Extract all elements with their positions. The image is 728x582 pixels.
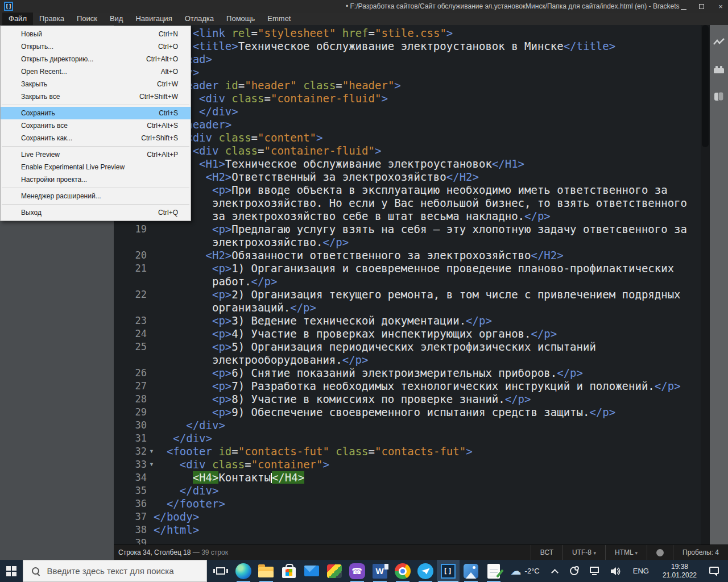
code-editor[interactable]: <link rel="stylesheet" href="stile.css">…	[114, 25, 710, 544]
overwrite-indicator[interactable]: ВСТ	[531, 545, 562, 560]
file-explorer-taskbar-button[interactable]	[255, 560, 278, 582]
line-number[interactable]: 20	[114, 249, 147, 262]
code-text[interactable]: работ.</p>	[154, 275, 277, 288]
action-center[interactable]	[704, 560, 726, 582]
line-number[interactable]: 32	[114, 445, 147, 458]
file-menu-item[interactable]: Настройки проекта...	[1, 173, 191, 186]
tray-expand[interactable]	[545, 560, 564, 582]
file-menu-item[interactable]: ВыходCtrl+Q	[1, 206, 191, 219]
language-selector[interactable]: HTML ▾	[605, 545, 647, 560]
code-line[interactable]: электрохозяйство. Но если у Вас небольшо…	[114, 197, 710, 210]
code-text[interactable]: </html>	[154, 523, 199, 537]
code-line[interactable]: электрооборудования.</p>	[114, 354, 710, 367]
meet-now[interactable]	[564, 560, 584, 582]
menubar-item-emmet[interactable]: Emmet	[261, 13, 297, 25]
paint-taskbar-button[interactable]	[323, 560, 346, 582]
file-menu-item[interactable]: Закрыть всеCtrl+Shift+W	[1, 90, 191, 103]
task-view-taskbar-button[interactable]	[209, 560, 232, 582]
file-menu-item[interactable]: Live PreviewCtrl+Alt+P	[1, 148, 191, 161]
code-line[interactable]: <div class="container-fluid">	[114, 144, 710, 157]
code-text[interactable]: организаций.</p>	[154, 301, 316, 314]
code-text[interactable]: <H2>Ответственный за электрохозяйство</H…	[154, 171, 479, 184]
code-line[interactable]: организаций.</p>	[114, 301, 710, 314]
code-line[interactable]: 24<p>4) Участие в проверках инспектирующ…	[114, 327, 710, 340]
code-line[interactable]: 22<p>2) Организация текущего ремонта, в …	[114, 288, 710, 301]
menubar-item-debug[interactable]: Отладка	[179, 13, 220, 25]
line-number[interactable]: 26	[114, 367, 147, 380]
minimize-icon[interactable]	[681, 3, 686, 10]
menubar-item-find[interactable]: Поиск	[71, 13, 104, 25]
code-line[interactable]: 35</div>	[114, 484, 710, 497]
line-number[interactable]: 36	[114, 497, 147, 510]
code-line[interactable]: </head>	[114, 53, 710, 66]
code-line[interactable]: <body>	[114, 66, 710, 79]
line-number[interactable]: 25	[114, 340, 147, 354]
line-number[interactable]: 22	[114, 288, 147, 301]
code-line[interactable]: 25<p>5) Организация периодических электр…	[114, 340, 710, 354]
line-number[interactable]: 19	[114, 223, 147, 236]
line-number[interactable]: 39	[114, 537, 147, 544]
code-line[interactable]: 36</footer>	[114, 497, 710, 510]
code-line[interactable]: <H1>Техническое обслуживание электроуста…	[114, 157, 710, 171]
line-number[interactable]: 37	[114, 510, 147, 523]
code-text[interactable]: </div>	[154, 484, 218, 497]
code-line[interactable]: за электрохозяйство себе в штат весьма н…	[114, 210, 710, 223]
code-line[interactable]: 23<p>3) Ведение технической документации…	[114, 314, 710, 327]
menubar-item-view[interactable]: Вид	[104, 13, 130, 25]
code-line[interactable]: <header id="header" class="header">	[114, 79, 710, 92]
file-menu-item[interactable]: СохранитьCtrl+S	[1, 107, 191, 119]
code-text[interactable]: <footer id="contacts-fut" class="contact…	[154, 445, 473, 458]
file-menu-item[interactable]: Открыть директорию...Ctrl+Alt+O	[1, 53, 191, 65]
file-menu-item[interactable]: НовыйCtrl+N	[1, 28, 191, 40]
code-text[interactable]: электрохозяйство. Но если у Вас небольшо…	[154, 197, 687, 210]
code-line[interactable]: 28<p>8) Участие в комиссиях по проверке …	[114, 393, 710, 406]
code-text[interactable]: <p>2) Организация текущего ремонта, в то…	[154, 288, 681, 301]
maximize-icon[interactable]	[699, 4, 704, 9]
scrollbar-thumb[interactable]	[702, 25, 709, 147]
code-line[interactable]: <p>При вводе объекта в эксплуатацию необ…	[114, 184, 710, 197]
code-text[interactable]: <p>1) Оргаганизация и своевременное пров…	[154, 262, 674, 275]
code-text[interactable]: за электрохозяйство себе в штат весьма н…	[154, 210, 551, 223]
close-icon[interactable]: ×	[717, 3, 725, 10]
code-line[interactable]: <link rel="stylesheet" href="stile.css">	[114, 27, 710, 40]
code-line[interactable]: <title>Техническое обслуживание электроу…	[114, 40, 710, 53]
line-number[interactable]: 34	[114, 471, 147, 484]
code-text[interactable]: <H1>Техническое обслуживание электроуста…	[154, 157, 524, 171]
line-number[interactable]: 33	[114, 458, 147, 471]
search-input[interactable]	[47, 566, 206, 576]
menubar-item-navigate[interactable]: Навигация	[129, 13, 178, 25]
code-line[interactable]: 30</div>	[114, 419, 710, 432]
indent-setting[interactable]: Пробелы: 4	[673, 545, 728, 560]
taskbar-search[interactable]	[23, 560, 207, 582]
code-line[interactable]: 20<H2>Обязанности ответственного за элек…	[114, 249, 710, 262]
photos-taskbar-button[interactable]	[460, 560, 482, 582]
menubar-item-help[interactable]: Помощь	[220, 13, 261, 25]
file-menu-item[interactable]: Открыть...Ctrl+O	[1, 40, 191, 53]
mail-taskbar-button[interactable]	[300, 560, 323, 582]
line-number[interactable]: 23	[114, 314, 147, 327]
code-text[interactable]: </body>	[154, 510, 199, 523]
code-line[interactable]: <div class="content">	[114, 131, 710, 144]
line-number[interactable]: 30	[114, 419, 147, 432]
file-menu-item[interactable]: Enable Experimental Live Preview	[1, 161, 191, 173]
line-number[interactable]: 28	[114, 393, 147, 406]
code-line[interactable]: 34<H4>Контакты</H4>	[114, 471, 710, 484]
file-menu-item[interactable]: Менеджер расширений...	[1, 190, 191, 202]
code-line[interactable]: </div>	[114, 105, 710, 118]
lint-status[interactable]	[647, 545, 673, 560]
code-text[interactable]: <p>6) Снятие показаний электроизмеритель…	[154, 367, 583, 380]
code-text[interactable]: </footer>	[154, 497, 225, 510]
code-text[interactable]: <p>4) Участие в проверках инспектирующих…	[154, 327, 557, 340]
code-line[interactable]: работ.</p>	[114, 275, 710, 288]
code-text[interactable]: <div class="container">	[154, 458, 329, 471]
menubar-item-edit[interactable]: Правка	[33, 13, 71, 25]
code-text[interactable]: <p>8) Участие в комиссиях по проверке зн…	[154, 393, 531, 406]
code-line[interactable]: 38</html>	[114, 523, 710, 537]
code-text[interactable]: <p>7) Разработка необходимых технологиче…	[154, 380, 681, 393]
code-text[interactable]: <H4>Контакты</H4>	[154, 471, 304, 484]
code-text[interactable]: электрооборудования.</p>	[154, 354, 368, 367]
code-text[interactable]: <link rel="stylesheet" href="stile.css">	[154, 27, 453, 40]
fold-arrow-icon[interactable]: ▼	[149, 448, 154, 455]
volume[interactable]	[610, 560, 621, 582]
editor-scrollbar[interactable]	[701, 25, 710, 544]
